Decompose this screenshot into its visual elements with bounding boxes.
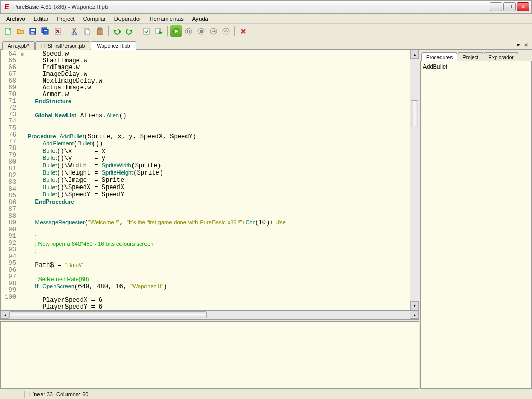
tab-waponez[interactable]: Waponez II.pb bbox=[91, 41, 136, 50]
svg-rect-11 bbox=[86, 30, 90, 35]
cut-icon[interactable] bbox=[69, 25, 81, 37]
side-tab-explorador[interactable]: Explorador bbox=[484, 52, 518, 61]
close-button[interactable]: ✕ bbox=[517, 2, 529, 11]
procedure-item[interactable]: AddBullet bbox=[423, 63, 529, 70]
menu-compilar[interactable]: Compilar bbox=[79, 15, 110, 23]
svg-rect-21 bbox=[200, 30, 203, 33]
toolbar-separator bbox=[138, 26, 138, 36]
line-gutter: 64 65 66 67 68 69 70 71 72 73 74 75 76 7… bbox=[1, 50, 19, 310]
horizontal-scroll-thumb[interactable] bbox=[9, 311, 207, 318]
side-tab-project[interactable]: Project bbox=[458, 52, 483, 61]
save-icon[interactable] bbox=[27, 25, 38, 37]
step-icon[interactable] bbox=[208, 25, 219, 37]
vertical-scroll-thumb[interactable] bbox=[411, 100, 418, 126]
editor-area: 64 65 66 67 68 69 70 71 72 73 74 75 76 7… bbox=[0, 50, 419, 311]
side-panel: Procedures Project Explorador AddBullet bbox=[420, 50, 532, 389]
toolbar-separator bbox=[167, 26, 168, 36]
save-all-icon[interactable] bbox=[39, 25, 51, 37]
menu-depurador[interactable]: Depurador bbox=[110, 15, 145, 23]
toolbar-separator bbox=[234, 26, 235, 36]
close-file-icon[interactable] bbox=[52, 25, 63, 37]
stop-icon[interactable] bbox=[195, 25, 207, 37]
svg-rect-19 bbox=[189, 30, 190, 33]
toolbar-separator bbox=[66, 26, 66, 36]
minimize-button[interactable]: ─ bbox=[490, 2, 502, 11]
kill-icon[interactable] bbox=[237, 25, 249, 37]
menu-project[interactable]: Project bbox=[52, 15, 78, 23]
output-panel[interactable] bbox=[0, 321, 419, 389]
maximize-button[interactable]: ❐ bbox=[503, 2, 516, 11]
tab-array[interactable]: Array.pb* bbox=[2, 41, 35, 50]
svg-rect-18 bbox=[187, 30, 188, 33]
svg-rect-12 bbox=[97, 29, 102, 35]
scroll-up-icon[interactable]: ▴ bbox=[410, 50, 419, 59]
scroll-down-icon[interactable]: ▾ bbox=[410, 301, 419, 310]
status-cell bbox=[4, 391, 25, 398]
app-icon: E bbox=[3, 3, 11, 11]
svg-rect-14 bbox=[144, 28, 149, 34]
horizontal-scrollbar[interactable]: ◂ ▸ bbox=[0, 311, 419, 320]
undo-icon[interactable] bbox=[111, 25, 123, 37]
window-buttons: ─ ❐ ✕ bbox=[490, 2, 529, 11]
redo-icon[interactable] bbox=[124, 25, 135, 37]
tab-dropdown-icon[interactable]: ▾ bbox=[514, 41, 522, 48]
editor-wrap: 64 65 66 67 68 69 70 71 72 73 74 75 76 7… bbox=[0, 50, 420, 389]
status-bar: Línea: 33 Columna: 60 bbox=[0, 389, 532, 399]
scroll-right-icon[interactable]: ▸ bbox=[410, 311, 419, 319]
menu-herramientas[interactable]: Herramientas bbox=[145, 15, 188, 23]
step-over-icon[interactable] bbox=[220, 25, 232, 37]
menu-ayuda[interactable]: Ayuda bbox=[188, 15, 212, 23]
fold-column[interactable]: ⊟ bbox=[19, 50, 25, 310]
pause-icon[interactable] bbox=[183, 25, 194, 37]
compile-icon[interactable] bbox=[141, 25, 152, 37]
main-area: 64 65 66 67 68 69 70 71 72 73 74 75 76 7… bbox=[0, 50, 532, 389]
title-bar: E PureBasic 4.61 (x86) - Waponez II.pb ─… bbox=[0, 0, 532, 14]
toolbar bbox=[0, 24, 532, 38]
toolbar-separator bbox=[108, 26, 109, 36]
scroll-left-icon[interactable]: ◂ bbox=[1, 311, 9, 319]
svg-point-17 bbox=[185, 28, 192, 34]
status-position: Línea: 33 Columna: 60 bbox=[25, 391, 88, 397]
paste-icon[interactable] bbox=[94, 25, 105, 37]
compile-run-icon[interactable] bbox=[153, 25, 165, 37]
tab-close-icon[interactable]: ✕ bbox=[523, 41, 530, 48]
svg-rect-2 bbox=[31, 29, 35, 31]
procedures-list[interactable]: AddBullet bbox=[420, 61, 532, 389]
svg-point-23 bbox=[223, 28, 229, 34]
svg-rect-3 bbox=[31, 32, 34, 34]
svg-rect-6 bbox=[44, 30, 47, 31]
side-tab-procedures[interactable]: Procedures bbox=[421, 52, 457, 61]
menu-editar[interactable]: Editar bbox=[30, 15, 53, 23]
code-editor[interactable]: Speed.w StartImage.w EndImage.w ImageDel… bbox=[25, 50, 410, 310]
svg-rect-13 bbox=[98, 28, 101, 29]
open-file-icon[interactable] bbox=[15, 25, 26, 37]
tab-fpsfirstperson[interactable]: FPSFirstPerson.pb bbox=[35, 41, 90, 50]
svg-rect-15 bbox=[156, 28, 160, 33]
side-tab-bar: Procedures Project Explorador bbox=[420, 50, 532, 61]
tab-controls: ▾ ✕ bbox=[514, 41, 530, 49]
tab-bar: Array.pb* FPSFirstPerson.pb Waponez II.p… bbox=[0, 38, 532, 50]
menu-bar: Archivo Editar Project Compilar Depurado… bbox=[0, 14, 532, 24]
vertical-scrollbar[interactable]: ▴ ▾ bbox=[410, 50, 419, 310]
menu-archivo[interactable]: Archivo bbox=[2, 15, 30, 23]
window-title: PureBasic 4.61 (x86) - Waponez II.pb bbox=[13, 4, 490, 10]
new-file-icon[interactable] bbox=[2, 25, 14, 37]
run-debug-icon[interactable] bbox=[170, 25, 182, 37]
copy-icon[interactable] bbox=[82, 25, 93, 37]
